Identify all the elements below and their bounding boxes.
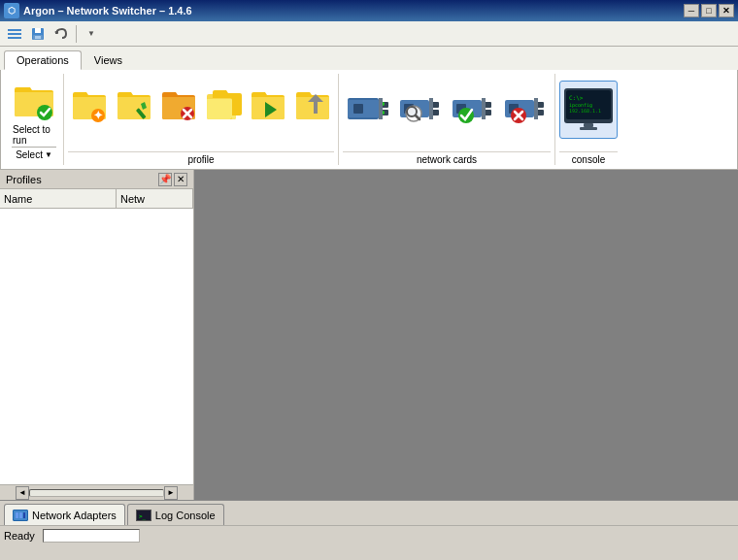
svg-text:192.168.1.1: 192.168.1.1 — [569, 108, 601, 114]
ribbon-group-profile: ✦ — [64, 74, 339, 165]
tab-log-console-label: Log Console — [155, 510, 216, 521]
select-button-top: Select to run — [12, 79, 56, 147]
save-icon — [30, 26, 46, 42]
horizontal-scrollbar-track[interactable] — [29, 489, 164, 497]
edit-profile-button[interactable] — [113, 81, 155, 139]
profiles-panel: Profiles 📌 ✕ Name Netw ◄ ► — [0, 170, 194, 500]
title-bar: ⬡ Argon – Network Switcher – 1.4.6 ─ □ ✕ — [0, 0, 738, 21]
delete-profile-icon — [160, 86, 197, 123]
window-controls: ─ □ ✕ — [684, 4, 734, 17]
bottom-tabs: Network Adapters >_ Log Console — [0, 500, 738, 525]
delete-profile-button[interactable] — [157, 81, 200, 139]
svg-rect-0 — [8, 29, 21, 31]
svg-text:>_: >_ — [139, 512, 147, 520]
customize-toolbar-button[interactable]: ▼ — [81, 23, 102, 45]
copy-profile-button[interactable] — [202, 81, 245, 139]
edit-profile-icon — [116, 86, 152, 123]
select-dropdown[interactable]: Select ▼ — [12, 147, 56, 160]
column-name: Name — [0, 189, 117, 208]
tab-views[interactable]: Views — [82, 50, 135, 70]
search-adapters-button[interactable] — [395, 81, 446, 139]
enable-adapter-icon — [451, 86, 495, 131]
svg-rect-57 — [19, 512, 22, 518]
minimize-button[interactable]: ─ — [684, 4, 699, 17]
console-icon: C:\> ipconfig 192.168.1.1 — [562, 86, 615, 131]
svg-rect-6 — [35, 36, 41, 39]
undo-button[interactable] — [50, 23, 72, 45]
tab-network-adapters-label: Network Adapters — [32, 510, 117, 521]
main-content: Profiles 📌 ✕ Name Netw ◄ ► — [0, 170, 738, 500]
right-content-area — [194, 170, 738, 500]
ribbon-group-select: Select to run Select ▼ — [5, 74, 64, 165]
close-panel-button[interactable]: ✕ — [174, 173, 187, 186]
profiles-columns: Name Netw — [0, 189, 193, 209]
disable-adapter-button[interactable] — [500, 81, 551, 139]
app-menu-button[interactable] — [4, 23, 25, 45]
svg-rect-38 — [482, 98, 486, 119]
undo-icon — [53, 26, 69, 42]
pin-panel-button[interactable]: 📌 — [158, 173, 172, 186]
scroll-left-button[interactable]: ◄ — [16, 486, 29, 500]
app-menu-icon — [7, 26, 22, 42]
scroll-right-button[interactable]: ► — [164, 486, 178, 500]
tab-log-console[interactable]: >_ Log Console — [127, 504, 224, 525]
profiles-panel-title: Profiles — [6, 174, 42, 185]
close-button[interactable]: ✕ — [719, 4, 734, 17]
enable-adapter-button[interactable] — [448, 81, 498, 139]
export-profile-icon — [294, 86, 331, 123]
network-adapters-tab-icon — [13, 510, 28, 521]
console-group-label: console — [559, 151, 618, 165]
ribbon-group-console: C:\> ipconfig 192.168.1.1 console — [555, 74, 621, 165]
ribbon-tabs: Operations Views — [0, 47, 738, 70]
svg-rect-2 — [8, 37, 21, 39]
select-button[interactable]: Select to run Select ▼ — [9, 74, 59, 165]
new-profile-button[interactable]: ✦ — [68, 81, 111, 139]
svg-text:✦: ✦ — [93, 109, 103, 122]
network-cards-group-label: network cards — [343, 151, 551, 165]
svg-rect-54 — [580, 127, 597, 130]
column-network: Netw — [117, 189, 193, 208]
status-text: Ready — [4, 530, 39, 542]
new-profile-icon: ✦ — [71, 86, 108, 123]
toolbar-divider — [76, 25, 77, 43]
svg-rect-20 — [353, 104, 363, 114]
profiles-scrollbar[interactable]: ◄ ► — [0, 484, 193, 500]
profiles-panel-buttons: 📌 ✕ — [158, 173, 187, 186]
export-profile-button[interactable] — [291, 81, 334, 139]
disable-adapter-icon — [503, 86, 548, 131]
save-button[interactable] — [27, 23, 49, 45]
copy-profile-icon — [205, 86, 242, 123]
dropdown-arrow-icon: ▼ — [87, 29, 95, 38]
profile-group-label: profile — [68, 151, 334, 165]
svg-rect-44 — [534, 98, 538, 119]
svg-rect-4 — [35, 28, 41, 33]
ribbon-group-network-cards: network cards — [339, 74, 555, 165]
svg-rect-25 — [379, 98, 383, 119]
view-adapters-button[interactable] — [343, 81, 393, 139]
select-arrow-icon: ▼ — [45, 150, 52, 159]
run-profile-button[interactable] — [247, 81, 289, 139]
app-title: Argon – Network Switcher – 1.4.6 — [23, 5, 684, 16]
console-button[interactable]: C:\> ipconfig 192.168.1.1 — [559, 81, 618, 139]
svg-rect-30 — [429, 98, 433, 119]
quick-toolbar: ▼ — [0, 21, 738, 47]
svg-rect-58 — [23, 512, 25, 518]
maximize-button[interactable]: □ — [701, 4, 717, 17]
app-icon: ⬡ — [4, 3, 19, 18]
svg-rect-53 — [584, 123, 593, 127]
select-text: Select — [16, 149, 43, 160]
svg-rect-1 — [8, 33, 21, 35]
tab-network-adapters[interactable]: Network Adapters — [4, 504, 125, 525]
folder-select-icon — [13, 80, 55, 122]
svg-rect-56 — [16, 512, 18, 518]
profiles-list[interactable] — [0, 209, 193, 484]
search-adapters-icon — [398, 86, 443, 131]
tab-operations[interactable]: Operations — [4, 50, 82, 70]
svg-text:C:\>: C:\> — [569, 94, 584, 101]
status-bar: Ready — [0, 525, 738, 544]
log-console-tab-icon: >_ — [136, 510, 151, 521]
select-label: Select to run — [13, 124, 55, 146]
view-adapters-icon — [346, 86, 390, 131]
profiles-header: Profiles 📌 ✕ — [0, 170, 193, 189]
run-profile-icon — [250, 86, 286, 123]
